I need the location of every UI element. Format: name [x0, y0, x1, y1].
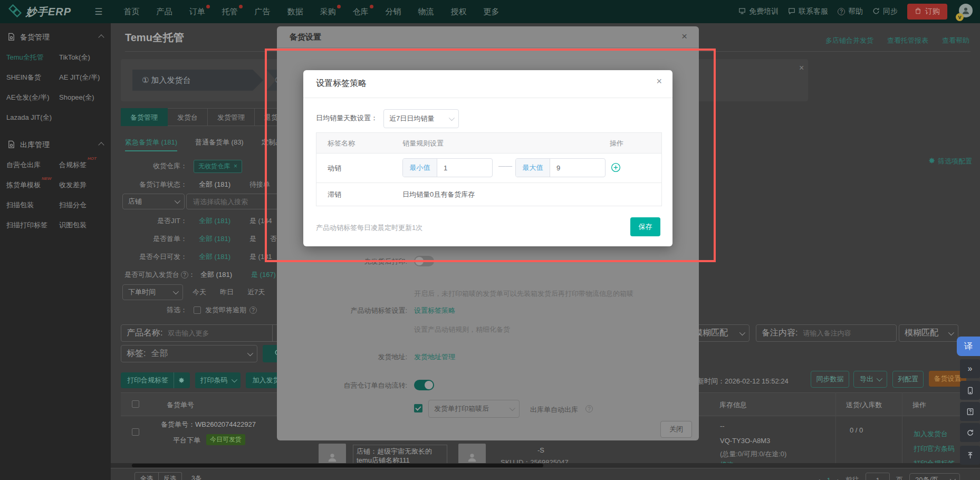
sidebar-section-outbound[interactable]: 出库管理 [0, 131, 111, 155]
tag-close-icon[interactable]: × [234, 162, 237, 170]
row-op-link[interactable]: 打印官方条码 [914, 444, 955, 454]
sidebar-item[interactable]: TikTok(全) [59, 47, 111, 68]
shop-select[interactable]: 店铺 [122, 194, 185, 209]
contact-service-link[interactable]: 联系客服 [788, 7, 828, 16]
chevron-up-icon[interactable] [98, 34, 104, 40]
collapse-panel-button[interactable]: » [960, 359, 980, 378]
strategy-modal-close-icon[interactable]: × [656, 76, 662, 87]
filter-option[interactable]: 近7天 [247, 287, 265, 297]
overdue-checkbox[interactable] [194, 306, 201, 314]
sync-data-button[interactable]: 同步数据 [811, 371, 849, 388]
product-name-input[interactable] [167, 329, 272, 338]
order-button[interactable]: 订购 [907, 4, 947, 20]
filter-option[interactable]: 待接单 [249, 180, 270, 189]
filter-option[interactable]: 全部 (181) [199, 180, 230, 189]
nav-menu-item[interactable]: 产品 [148, 0, 180, 23]
nav-menu-item[interactable]: 数据 [278, 0, 311, 23]
next-page-icon[interactable]: › [837, 476, 839, 480]
mobile-app-button[interactable] [960, 381, 980, 400]
row-checkbox[interactable] [132, 428, 139, 436]
row-op-link[interactable]: 打印合规标签 [914, 459, 955, 463]
column-config-button[interactable]: 列配置 [892, 371, 924, 388]
add-rule-icon[interactable] [611, 162, 621, 174]
question-circle-icon[interactable]: ? [585, 405, 593, 412]
sidebar-item[interactable]: Temu全托管 [6, 47, 59, 68]
nav-menu-item[interactable]: 物流 [409, 0, 442, 23]
sidebar-item[interactable]: SHEIN备货 [6, 68, 59, 88]
print-settings-gear-icon[interactable] [174, 372, 189, 388]
flow-condition-select[interactable]: 发货单打印箱唛后 [428, 400, 520, 418]
row-op-link[interactable]: 加入发货台 [914, 429, 948, 439]
refresh-button[interactable] [960, 423, 980, 442]
sidebar-item[interactable]: 收发差异 [59, 175, 111, 195]
nav-menu-item[interactable]: 首页 [115, 0, 148, 23]
nav-menu-item[interactable]: 分销 [377, 0, 409, 23]
subtab[interactable]: 普通备货单 (83) [195, 138, 244, 151]
export-button[interactable]: 导出 [853, 371, 887, 388]
ship-address-link[interactable]: 发货地址管理 [414, 352, 455, 362]
steps-close-icon[interactable]: × [799, 63, 976, 73]
sidebar-item[interactable]: 拣货单模板NEW [6, 175, 59, 195]
filter-option-selected[interactable]: 全部 (181) [199, 252, 230, 262]
set-tag-strategy-link[interactable]: 设置标签策略 [414, 306, 455, 315]
sidebar-item[interactable]: Lazada JIT(全) [6, 108, 59, 128]
question-circle-icon[interactable]: ? [181, 271, 188, 279]
back-to-top-button[interactable] [960, 446, 980, 465]
nav-menu-item[interactable]: 仓库 [344, 0, 377, 23]
max-label-chip[interactable]: 最大值 [516, 159, 550, 177]
print-compliance-button[interactable]: 打印合规标签 [121, 372, 190, 388]
order-time-select[interactable]: 下单时间 [122, 284, 183, 300]
flow-checkbox[interactable] [414, 404, 422, 412]
app-logo[interactable]: 妙手ERP [8, 4, 71, 20]
multi-shop-ship-link[interactable]: 多店铺合并发货 [825, 36, 873, 45]
free-training-link[interactable]: 免费培训 [738, 7, 779, 16]
prev-page-icon[interactable]: ‹ [818, 476, 820, 480]
sidebar-item[interactable]: 合规标签HOT [59, 155, 111, 175]
tab[interactable]: 发货管理 [208, 108, 255, 126]
sidebar-section-stock[interactable]: 备货管理 [0, 23, 111, 47]
sidebar-item[interactable]: 识图包装 [59, 215, 111, 235]
min-label-chip[interactable]: 最小值 [403, 159, 437, 177]
sync-link[interactable]: 同步 [872, 7, 898, 16]
remark-match-select[interactable]: 模糊匹配 [899, 324, 958, 342]
filter-option[interactable]: 今天 [193, 287, 206, 297]
tab[interactable]: 发货台 [168, 108, 208, 126]
modal-close-button[interactable]: 关闭 [660, 421, 692, 438]
avg-days-select[interactable]: 近7日日均销量 [383, 109, 459, 128]
nav-menu-item[interactable]: 采购 [311, 0, 344, 23]
filter-config-button[interactable]: 筛选项配置 [928, 157, 972, 166]
shop-search-input-box[interactable] [186, 194, 292, 209]
warehouse-tag[interactable]: 无收货仓库× [194, 160, 242, 173]
translate-button[interactable]: 译 [957, 337, 980, 356]
sidebar-item[interactable]: 扫描包装 [6, 195, 59, 215]
nav-menu-item[interactable]: 授权 [442, 0, 475, 23]
filter-option[interactable]: 是 [249, 234, 256, 244]
help-view-link[interactable]: 查看帮助 [942, 36, 969, 45]
filter-option[interactable]: 昨日 [220, 287, 234, 297]
sidebar-item[interactable]: Shopee(全) [59, 88, 111, 108]
filter-option[interactable]: 是 (144 [249, 216, 272, 226]
min-value-input[interactable]: 1 [437, 164, 492, 172]
tab[interactable]: 备货管理 [121, 108, 168, 126]
report-link[interactable]: 查看托管报表 [887, 36, 928, 45]
sidebar-item[interactable]: AE仓发(全/半) [6, 88, 59, 108]
subtab[interactable]: 紧急备货单 (181) [125, 138, 177, 151]
filter-option-selected[interactable]: 全部 (181) [199, 234, 230, 244]
chevron-up-icon[interactable] [98, 142, 104, 148]
sidebar-item[interactable]: 扫描打印标签 [6, 215, 59, 235]
remark-input[interactable] [802, 329, 896, 338]
help-link[interactable]: ? 帮助 [838, 7, 863, 16]
filter-option-selected[interactable]: 是 (167) [251, 270, 276, 280]
max-value-input[interactable]: 9 [550, 164, 605, 172]
tag-select[interactable]: 标签: 全部 [121, 345, 257, 362]
select-all-button[interactable]: 全选 [134, 472, 159, 480]
filter-option[interactable]: 全部 (181) [200, 270, 232, 280]
print-barcode-button[interactable]: 打印条码 [195, 372, 241, 388]
shop-search-input[interactable] [192, 197, 286, 206]
sidebar-item[interactable]: 自营仓出库 [6, 155, 59, 175]
select-all-checkbox[interactable] [132, 400, 139, 408]
print-after-ship-toggle[interactable] [414, 256, 434, 266]
goto-page-input[interactable]: 1 [866, 473, 890, 480]
product-thumbnail[interactable] [319, 444, 346, 463]
page-size-select[interactable]: 20条/页 [909, 473, 960, 480]
